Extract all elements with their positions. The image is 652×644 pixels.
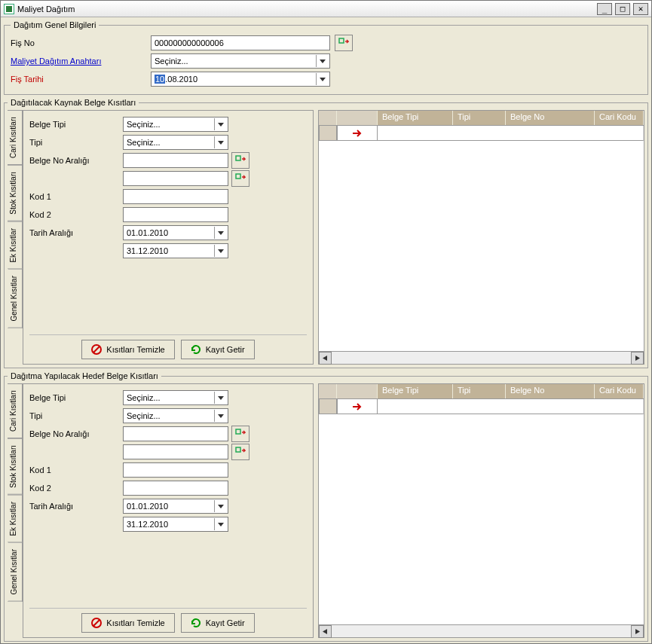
s-belge-no-to-input[interactable] — [123, 171, 228, 186]
fis-no-lookup-button[interactable] — [335, 35, 353, 51]
s-gh-belge-tipi[interactable]: Belge Tipi — [378, 111, 453, 125]
no-entry-icon — [91, 618, 102, 628]
source-grid[interactable]: Belge Tipi Tipi Belge No Cari Kodu — [319, 111, 644, 351]
t-belge-tipi-label: Belge Tipi — [29, 393, 120, 402]
tab-ek-kisitlar[interactable]: Ek Kısıtlar — [8, 495, 23, 543]
tab-stok-kisitlari[interactable]: Stok Kısıtları — [8, 438, 23, 495]
t-gh-rowheader[interactable] — [319, 384, 337, 398]
scroll-left-button[interactable] — [319, 352, 332, 365]
source-section: Dağıtılacak Kaynak Belge Kısıtları Genel… — [4, 98, 648, 368]
t-fetch-button[interactable]: Kayıt Getir — [181, 613, 255, 633]
s-gh-belge-no[interactable]: Belge No — [506, 111, 595, 125]
row-header-cell[interactable] — [319, 399, 337, 414]
minimize-button[interactable]: _ — [597, 3, 612, 15]
close-button[interactable]: ✕ — [633, 3, 648, 15]
svg-line-8 — [93, 620, 99, 626]
s-gh-rowheader[interactable] — [319, 111, 337, 125]
anahtar-link[interactable]: Maliyet Dağıtım Anahtarı — [11, 56, 146, 66]
source-tab-content: Belge Tipi Seçiniz... Tipi Seçiniz... Be… — [23, 110, 314, 365]
scroll-track[interactable] — [332, 625, 631, 637]
t-belge-no-from-lookup[interactable] — [231, 426, 249, 442]
tab-cari-kisitlari[interactable]: Cari Kısıtları — [8, 383, 23, 438]
t-gh-selector[interactable] — [337, 384, 378, 398]
fis-no-input[interactable] — [151, 35, 330, 50]
chevron-down-icon — [214, 500, 226, 512]
general-info-group: Dağıtım Genel Bilgileri Fiş No Maliyet D… — [4, 20, 648, 95]
t-gh-cari-kodu[interactable]: Cari Kodu — [595, 384, 644, 398]
scroll-track[interactable] — [332, 352, 631, 364]
s-tipi-select[interactable]: Seçiniz... — [123, 135, 228, 150]
s-clear-button[interactable]: Kısıtları Temizle — [81, 340, 174, 359]
s-tarih-from-select[interactable]: 01.01.2010 — [123, 225, 228, 240]
s-gh-selector[interactable] — [337, 111, 378, 125]
t-clear-button[interactable]: Kısıtları Temizle — [81, 613, 174, 633]
chevron-down-icon — [214, 227, 226, 239]
t-belge-no-to-input[interactable] — [123, 444, 228, 459]
chevron-down-icon — [214, 392, 226, 404]
t-belge-no-from-input[interactable] — [123, 426, 228, 441]
t-kod1-input[interactable] — [123, 462, 228, 478]
t-belge-no-to-lookup[interactable] — [231, 444, 249, 460]
fis-tarihi-input[interactable]: 10.08.2010 — [151, 72, 330, 87]
fis-tarihi-label: Fiş Tarihi — [11, 75, 146, 84]
svg-rect-0 — [339, 38, 344, 43]
t-kod2-input[interactable] — [123, 481, 228, 496]
arrow-right-icon — [352, 403, 363, 411]
t-tarih-to-value: 31.12.2010 — [127, 520, 168, 529]
s-belge-no-from-lookup[interactable] — [231, 152, 249, 169]
chevron-down-icon — [214, 118, 226, 130]
table-row[interactable] — [319, 126, 644, 141]
target-grid[interactable]: Belge Tipi Tipi Belge No Cari Kodu — [319, 384, 644, 624]
s-belge-no-to-lookup[interactable] — [231, 170, 249, 187]
scroll-right-button[interactable] — [631, 352, 644, 365]
row-indicator-cell[interactable] — [337, 399, 378, 414]
chevron-down-icon — [316, 55, 328, 67]
row-indicator-cell[interactable] — [337, 126, 378, 141]
chevron-down-icon — [214, 245, 226, 257]
t-tarih-to-select[interactable]: 31.12.2010 — [123, 517, 228, 532]
t-tipi-select[interactable]: Seçiniz... — [123, 408, 228, 423]
chevron-down-icon — [316, 73, 328, 85]
general-info-legend: Dağıtım Genel Bilgileri — [11, 20, 99, 29]
source-tabs: Genel Kısıtlar Ek Kısıtlar Stok Kısıtlar… — [8, 110, 23, 365]
s-belge-tipi-select[interactable]: Seçiniz... — [123, 117, 228, 132]
lookup-icon — [235, 155, 246, 166]
lookup-icon — [235, 173, 246, 184]
row-header-cell[interactable] — [319, 126, 337, 141]
t-belge-tipi-select[interactable]: Seçiniz... — [123, 390, 228, 405]
s-kod2-label: Kod 2 — [29, 210, 120, 219]
tab-cari-kisitlari[interactable]: Cari Kısıtları — [8, 110, 23, 165]
t-gh-belge-tipi[interactable]: Belge Tipi — [378, 384, 453, 398]
tab-genel-kisitlar[interactable]: Genel Kısıtlar — [8, 269, 23, 328]
anahtar-select[interactable]: Seçiniz... — [151, 53, 330, 69]
t-gh-tipi[interactable]: Tipi — [453, 384, 506, 398]
s-grid-header: Belge Tipi Tipi Belge No Cari Kodu — [319, 111, 644, 126]
s-fetch-button[interactable]: Kayıt Getir — [181, 340, 255, 359]
tab-genel-kisitlar[interactable]: Genel Kısıtlar — [8, 542, 23, 602]
fis-no-label: Fiş No — [11, 38, 146, 47]
t-belge-no-label: Belge No Aralığı — [29, 429, 120, 438]
s-gh-tipi[interactable]: Tipi — [453, 111, 506, 125]
s-gh-cari-kodu[interactable]: Cari Kodu — [595, 111, 644, 125]
target-section: Dağıtma Yapılacak Hedef Belge Kısıtları … — [4, 371, 648, 642]
t-tarih-from-select[interactable]: 01.01.2010 — [123, 499, 228, 514]
s-belge-tipi-value: Seçiniz... — [127, 120, 161, 129]
s-kod1-input[interactable] — [123, 189, 228, 204]
scroll-right-button[interactable] — [631, 625, 644, 638]
t-gh-belge-no[interactable]: Belge No — [506, 384, 595, 398]
svg-rect-2 — [236, 174, 240, 179]
s-scrollbar — [319, 351, 644, 364]
s-belge-no-from-input[interactable] — [123, 153, 228, 168]
table-row[interactable] — [319, 399, 644, 414]
tab-stok-kisitlari[interactable]: Stok Kısıtları — [8, 165, 23, 221]
target-tab-content: Belge Tipi Seçiniz... Tipi Seçiniz... Be… — [23, 383, 314, 638]
svg-rect-1 — [236, 156, 240, 160]
fis-tarihi-day-selected: 10 — [155, 75, 165, 84]
scroll-left-button[interactable] — [319, 625, 332, 638]
s-tarih-to-select[interactable]: 31.12.2010 — [123, 243, 228, 258]
s-kod2-input[interactable] — [123, 207, 228, 222]
target-left-panel: Genel Kısıtlar Ek Kısıtlar Stok Kısıtlar… — [8, 383, 314, 638]
tab-ek-kisitlar[interactable]: Ek Kısıtlar — [8, 221, 23, 270]
maximize-button[interactable]: □ — [615, 3, 630, 15]
s-belge-no-label: Belge No Aralığı — [29, 156, 120, 165]
